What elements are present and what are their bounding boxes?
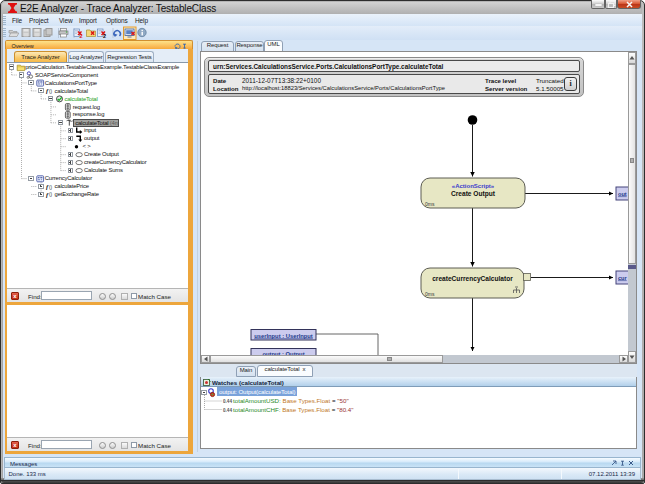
svg-text:0ms: 0ms — [425, 291, 435, 297]
svg-text:«ActionScript»: «ActionScript» — [452, 183, 495, 189]
svg-text:out: out — [618, 191, 627, 197]
svg-text:userInput : UserInput: userInput : UserInput — [254, 333, 313, 339]
svg-text:0ms: 0ms — [425, 201, 435, 207]
svg-text:0.44: 0.44 — [223, 399, 232, 404]
svg-text:2: 2 — [80, 33, 83, 39]
svg-text:Create Output: Create Output — [451, 190, 496, 198]
svg-text:createCurrencyCalculator: createCurrencyCalculator — [432, 275, 513, 283]
svg-text:0.44: 0.44 — [223, 408, 232, 413]
svg-text:cur: cur — [618, 275, 628, 281]
svg-text:2: 2 — [103, 33, 106, 39]
